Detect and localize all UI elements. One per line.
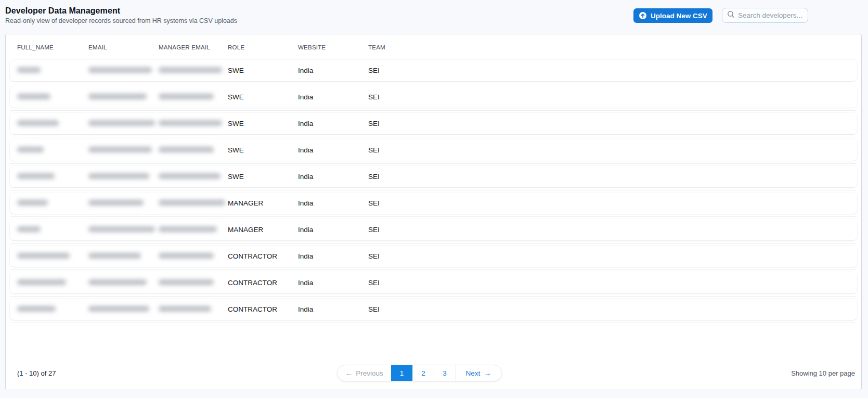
redacted-full-name (17, 226, 41, 232)
row-divider (10, 243, 857, 243)
role-cell: CONTRACTOR (228, 252, 298, 260)
redacted-email (88, 253, 141, 259)
column-header-manager-email: MANAGER EMAIL (159, 44, 228, 50)
arrow-left-icon: ← (345, 369, 353, 377)
redacted-email (88, 120, 155, 126)
team-cell: SEI (368, 173, 850, 181)
redacted-email (88, 147, 152, 152)
website-cell: India (298, 279, 368, 287)
row-divider (10, 296, 857, 297)
redacted-manager-email (159, 147, 214, 152)
redacted-manager-email (159, 200, 225, 206)
redacted-full-name (17, 173, 55, 179)
role-cell: CONTRACTOR (228, 305, 298, 313)
team-cell: SEI (368, 120, 850, 127)
redacted-email (88, 306, 149, 312)
row-divider (10, 190, 857, 190)
role-cell: SWE (228, 146, 298, 154)
table-body: SWE India SEI SWE India SEI SWE (6, 60, 861, 325)
redacted-full-name (17, 200, 48, 206)
redacted-manager-email (159, 279, 214, 285)
redacted-manager-email (159, 67, 222, 73)
team-cell: SEI (368, 199, 850, 207)
team-cell: SEI (368, 279, 850, 287)
website-cell: India (298, 173, 368, 181)
redacted-email (88, 173, 149, 179)
website-cell: India (298, 146, 368, 154)
page-button-2[interactable]: 2 (412, 365, 434, 381)
next-label: Next (466, 369, 481, 377)
redacted-full-name (17, 253, 70, 259)
per-page-label: Showing 10 per page (791, 369, 855, 377)
table-row: CONTRACTOR India SEI (6, 299, 861, 325)
column-header-team: TEAM (368, 44, 850, 50)
table-row: SWE India SEI (6, 166, 861, 192)
search-icon (727, 10, 735, 20)
redacted-manager-email (159, 94, 214, 99)
next-page-button[interactable]: Next → (455, 365, 501, 381)
page-button-3[interactable]: 3 (434, 365, 455, 381)
table-footer: (1 - 10) of 27 ← Previous 1 2 3 Next → S… (6, 325, 861, 390)
redacted-full-name (17, 120, 59, 126)
role-cell: SWE (228, 93, 298, 101)
row-divider (10, 110, 857, 111)
website-cell: India (298, 252, 368, 260)
table-row: CONTRACTOR India SEI (6, 246, 861, 272)
redacted-full-name (17, 94, 50, 99)
row-divider (10, 163, 857, 164)
table-header-row: FULL_NAME EMAIL MANAGER EMAIL ROLE WEBSI… (10, 34, 857, 60)
redacted-email (88, 67, 152, 73)
redacted-full-name (17, 147, 44, 152)
table-row: SWE India SEI (6, 86, 861, 113)
column-header-website: WEBSITE (298, 44, 368, 50)
redacted-email (88, 200, 144, 206)
previous-page-button[interactable]: ← Previous (338, 365, 391, 381)
role-cell: CONTRACTOR (228, 279, 298, 287)
search-box[interactable] (722, 8, 808, 23)
team-cell: SEI (368, 226, 850, 234)
search-input[interactable] (738, 11, 804, 19)
column-header-role: ROLE (228, 44, 298, 50)
result-range-label: (1 - 10) of 27 (17, 369, 56, 377)
row-divider (10, 137, 857, 137)
redacted-manager-email (159, 253, 214, 259)
upload-button-label: Upload New CSV (651, 12, 707, 20)
role-cell: SWE (228, 67, 298, 74)
redacted-full-name (17, 67, 41, 73)
role-cell: MANAGER (228, 226, 298, 234)
table-row: MANAGER India SEI (6, 219, 861, 246)
website-cell: India (298, 120, 368, 127)
row-divider (10, 84, 857, 84)
row-divider (10, 269, 857, 270)
redacted-manager-email (159, 226, 217, 232)
redacted-email (88, 94, 147, 99)
previous-label: Previous (356, 369, 383, 377)
pagination: ← Previous 1 2 3 Next → (337, 365, 502, 381)
website-cell: India (298, 226, 368, 234)
website-cell: India (298, 93, 368, 101)
table-row: SWE India SEI (6, 139, 861, 166)
website-cell: India (298, 199, 368, 207)
column-header-email: EMAIL (88, 44, 159, 50)
page-subtitle: Read-only view of developer records sour… (5, 17, 237, 24)
upload-new-csv-button[interactable]: Upload New CSV (633, 8, 712, 23)
website-cell: India (298, 67, 368, 74)
team-cell: SEI (368, 146, 850, 154)
website-cell: India (298, 305, 368, 313)
redacted-manager-email (159, 306, 211, 312)
table-row: CONTRACTOR India SEI (6, 272, 861, 299)
team-cell: SEI (368, 93, 850, 101)
table-row: MANAGER India SEI (6, 192, 861, 219)
redacted-manager-email (159, 173, 221, 179)
redacted-email (88, 279, 147, 285)
role-cell: MANAGER (228, 199, 298, 207)
row-divider (10, 323, 857, 323)
role-cell: SWE (228, 173, 298, 181)
team-cell: SEI (368, 305, 850, 313)
redacted-full-name (17, 306, 56, 312)
arrow-right-icon: → (484, 369, 491, 377)
page-button-1[interactable]: 1 (391, 365, 412, 381)
table-row: SWE India SEI (6, 113, 861, 139)
redacted-manager-email (159, 120, 222, 126)
role-cell: SWE (228, 120, 298, 127)
